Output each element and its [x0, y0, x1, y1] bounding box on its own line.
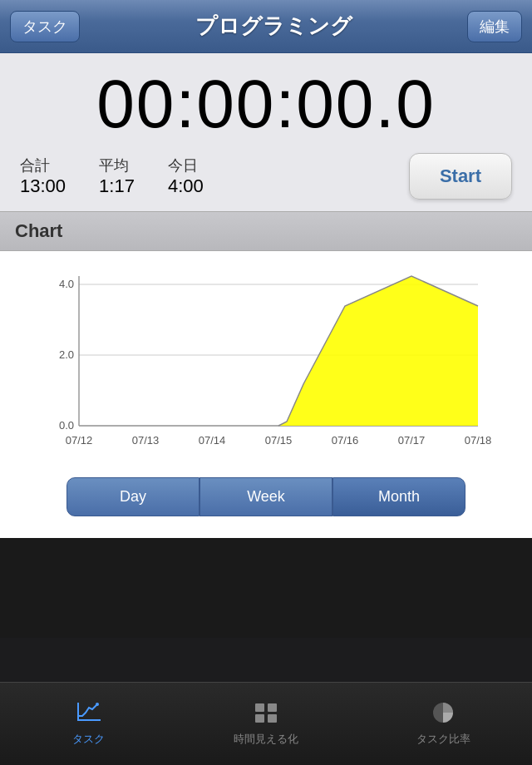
- chart-btn-month[interactable]: Month: [332, 477, 466, 516]
- time-viz-icon: [253, 701, 279, 728]
- chart-buttons: Day Week Month: [13, 467, 519, 530]
- svg-text:07/13: 07/13: [132, 434, 160, 447]
- svg-text:0.0: 0.0: [59, 419, 74, 432]
- chart-btn-week[interactable]: Week: [200, 477, 332, 516]
- stat-today-value: 4:00: [168, 175, 204, 197]
- tasks-icon: [76, 701, 102, 728]
- svg-text:07/18: 07/18: [465, 434, 492, 447]
- back-button[interactable]: タスク: [10, 11, 80, 42]
- svg-rect-21: [255, 714, 264, 723]
- tab-tasks-label: タスク: [72, 732, 105, 747]
- tab-task-ratio-label: タスク比率: [416, 732, 470, 747]
- svg-rect-20: [268, 703, 277, 712]
- svg-rect-22: [268, 714, 277, 723]
- chart-container: hour 0.0 2.0 4.0 07/12 07/13: [29, 268, 503, 467]
- svg-text:07/16: 07/16: [332, 434, 359, 447]
- chart-header: Chart: [0, 211, 532, 251]
- svg-text:4.0: 4.0: [59, 278, 74, 290]
- svg-text:07/12: 07/12: [66, 434, 93, 447]
- svg-text:hour: hour: [29, 356, 30, 379]
- stat-avg-value: 1:17: [99, 175, 135, 197]
- chart-title: Chart: [15, 220, 62, 241]
- svg-rect-19: [255, 703, 264, 712]
- tab-tasks[interactable]: タスク: [0, 701, 177, 747]
- svg-text:07/15: 07/15: [265, 434, 293, 447]
- start-button[interactable]: Start: [409, 153, 512, 200]
- nav-bar: タスク プログラミング 編集: [0, 0, 532, 53]
- svg-text:2.0: 2.0: [59, 348, 74, 361]
- chart-area: [278, 276, 478, 426]
- svg-rect-16: [77, 719, 101, 721]
- timer-display: 00:00:00.0: [20, 70, 512, 138]
- task-ratio-icon: [430, 701, 456, 728]
- svg-text:07/14: 07/14: [199, 434, 226, 447]
- stat-total-label: 合計: [20, 155, 66, 175]
- tab-time-viz-label: 時間見える化: [234, 732, 298, 747]
- stat-total: 合計 13:00: [20, 155, 66, 197]
- tab-bar: タスク 時間見える化 タスク比率: [0, 682, 532, 765]
- main-content: 00:00:00.0 合計 13:00 平均 1:17 今日 4:00 Star…: [0, 53, 532, 538]
- stat-avg-label: 平均: [99, 155, 135, 175]
- chart-svg: hour 0.0 2.0 4.0 07/12 07/13: [29, 268, 503, 467]
- timer-section: 00:00:00.0 合計 13:00 平均 1:17 今日 4:00 Star…: [0, 53, 532, 211]
- stat-today-label: 今日: [168, 155, 204, 175]
- stat-today: 今日 4:00: [168, 155, 204, 197]
- bottom-area: [0, 538, 532, 638]
- tab-task-ratio[interactable]: タスク比率: [355, 701, 532, 747]
- chart-btn-day[interactable]: Day: [66, 477, 200, 516]
- svg-point-18: [96, 703, 99, 706]
- stats-row: 合計 13:00 平均 1:17 今日 4:00 Start: [20, 153, 512, 200]
- stat-total-value: 13:00: [20, 175, 66, 197]
- chart-section: hour 0.0 2.0 4.0 07/12 07/13: [0, 251, 532, 538]
- nav-title: プログラミング: [195, 12, 352, 41]
- stat-avg: 平均 1:17: [99, 155, 135, 197]
- tab-time-viz[interactable]: 時間見える化: [177, 701, 354, 747]
- svg-text:07/17: 07/17: [398, 434, 426, 447]
- svg-rect-17: [77, 703, 79, 721]
- edit-button[interactable]: 編集: [467, 11, 522, 42]
